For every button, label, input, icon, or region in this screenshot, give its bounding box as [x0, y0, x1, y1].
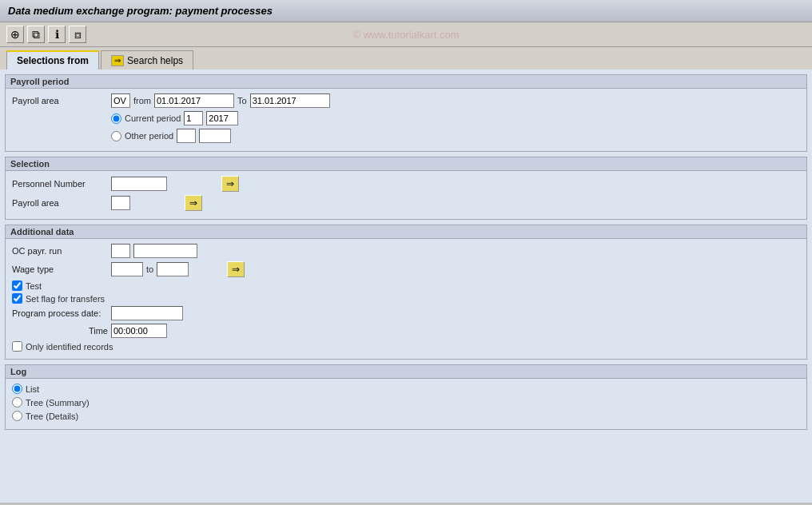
current-period-label: Current period [125, 113, 181, 123]
watermark: © www.tutorialkart.com [352, 29, 459, 41]
time-label: Time [12, 326, 108, 336]
current-period-val1[interactable] [184, 111, 203, 125]
selection-payroll-area-input[interactable] [111, 196, 130, 210]
wage-type-input2[interactable] [157, 262, 189, 276]
time-row: Time [12, 324, 800, 338]
personnel-number-row: Personnel Number ⇒ [12, 176, 800, 192]
selection-title: Selection [6, 157, 806, 171]
set-flag-row: Set flag for transfers [12, 293, 800, 304]
tab-selections-from[interactable]: Selections from [6, 50, 99, 70]
log-tree-details-row: Tree (Details) [12, 411, 800, 421]
oc-payr-run-row: OC payr. run [12, 244, 800, 258]
log-tree-summary-radio[interactable] [12, 397, 22, 408]
personnel-number-arrow-btn[interactable]: ⇒ [221, 176, 239, 192]
test-checkbox[interactable] [12, 280, 22, 291]
payroll-period-title: Payroll period [6, 75, 806, 89]
test-row: Test [12, 280, 800, 291]
log-list-row: List [12, 384, 800, 394]
to-label: To [237, 96, 247, 105]
tab-search-helps-label: Search helps [127, 55, 183, 66]
oc-payr-run-input1[interactable] [111, 244, 130, 258]
toolbar-btn-copy[interactable]: ⧉ [27, 26, 45, 43]
other-period-val2[interactable] [199, 129, 231, 143]
personnel-number-input[interactable] [111, 177, 167, 191]
from-label: from [133, 96, 151, 105]
program-process-date-label: Program process date: [12, 308, 108, 318]
only-identified-row: Only identified records [12, 341, 800, 352]
program-process-date-row: Program process date: [12, 306, 800, 320]
main-content: Payroll period Payroll area from To Curr… [0, 70, 812, 503]
time-input[interactable] [111, 324, 167, 338]
additional-data-body: OC payr. run Wage type to ⇒ Test Set fla… [6, 239, 806, 359]
log-list-label: List [26, 384, 39, 394]
tab-selections-from-label: Selections from [17, 55, 89, 66]
log-list-radio[interactable] [12, 384, 22, 394]
toolbar-btn-settings[interactable]: ⧈ [69, 26, 86, 43]
only-identified-label: Only identified records [26, 342, 113, 352]
wage-type-row: Wage type to ⇒ [12, 261, 800, 277]
wage-type-arrow-btn[interactable]: ⇒ [227, 261, 245, 277]
toolbar-btn-info[interactable]: ℹ [48, 26, 66, 43]
log-tree-summary-row: Tree (Summary) [12, 397, 800, 408]
oc-payr-run-input2[interactable] [133, 244, 197, 258]
selection-payroll-area-label: Payroll area [12, 198, 108, 208]
payroll-period-body: Payroll area from To Current period Othe… [6, 89, 806, 151]
additional-data-section: Additional data OC payr. run Wage type t… [5, 225, 807, 360]
log-body: List Tree (Summary) Tree (Details) [6, 379, 806, 429]
oc-payr-run-label: OC payr. run [12, 246, 108, 256]
tab-bar: Selections from ⇒ Search helps [0, 47, 812, 70]
set-flag-label: Set flag for transfers [26, 294, 105, 304]
log-tree-details-label: Tree (Details) [26, 412, 78, 421]
to-date-input[interactable] [250, 93, 330, 108]
toolbar: ⊕ ⧉ ℹ ⧈ © www.tutorialkart.com [0, 22, 812, 47]
current-period-val2[interactable] [206, 111, 238, 125]
tab-search-helps[interactable]: ⇒ Search helps [101, 50, 193, 70]
current-period-row: Current period [12, 111, 800, 125]
current-period-radio[interactable] [111, 113, 121, 124]
selection-payroll-area-row: Payroll area ⇒ [12, 195, 800, 211]
wage-type-label: Wage type [12, 264, 108, 274]
payroll-area-row: Payroll area from To [12, 93, 800, 108]
program-process-date-input[interactable] [111, 306, 183, 320]
selection-section: Selection Personnel Number ⇒ Payroll are… [5, 157, 807, 220]
payroll-area-input[interactable] [111, 93, 130, 108]
payroll-area-label: Payroll area [12, 96, 108, 105]
selection-body: Personnel Number ⇒ Payroll area ⇒ [6, 171, 806, 219]
other-period-label: Other period [125, 131, 173, 141]
other-period-val1[interactable] [177, 129, 196, 143]
log-section: Log List Tree (Summary) Tree (Details) [5, 364, 807, 430]
wage-type-input1[interactable] [111, 262, 143, 276]
payroll-period-section: Payroll period Payroll area from To Curr… [5, 74, 807, 152]
page-title: Data medium exchange program: payment pr… [8, 5, 273, 17]
test-label: Test [26, 281, 42, 291]
log-tree-summary-label: Tree (Summary) [26, 398, 90, 408]
wage-type-to-label: to [146, 264, 153, 274]
personnel-number-label: Personnel Number [12, 179, 108, 189]
other-period-row: Other period [12, 129, 800, 143]
toolbar-btn-back[interactable]: ⊕ [6, 26, 24, 43]
selection-payroll-area-arrow-btn[interactable]: ⇒ [185, 195, 202, 211]
other-period-radio[interactable] [111, 131, 121, 141]
log-title: Log [6, 365, 806, 379]
only-identified-checkbox[interactable] [12, 341, 22, 352]
from-date-input[interactable] [154, 93, 234, 108]
log-tree-details-radio[interactable] [12, 411, 22, 421]
title-bar: Data medium exchange program: payment pr… [0, 0, 812, 22]
tab-arrow-icon: ⇒ [111, 55, 124, 66]
additional-data-title: Additional data [6, 225, 806, 239]
set-flag-checkbox[interactable] [12, 293, 22, 304]
